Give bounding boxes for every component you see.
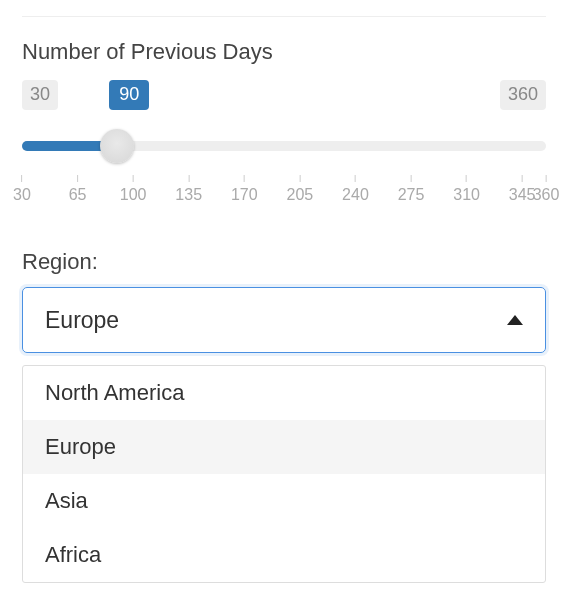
days-slider[interactable] — [22, 127, 546, 167]
slider-tick: 205 — [287, 175, 314, 204]
slider-tick: 360 — [533, 175, 560, 204]
slider-tick: 30 — [13, 175, 31, 204]
region-option[interactable]: Europe — [23, 420, 545, 474]
slider-max-badge: 360 — [500, 80, 546, 110]
slider-min-badge: 30 — [22, 80, 58, 110]
section-divider — [22, 16, 546, 17]
slider-value-badge: 90 — [109, 80, 149, 110]
slider-tick: 310 — [453, 175, 480, 204]
slider-tick: 135 — [175, 175, 202, 204]
slider-tick: 345 — [509, 175, 536, 204]
slider-thumb[interactable] — [100, 129, 134, 163]
svg-marker-0 — [507, 315, 523, 325]
caret-up-icon — [507, 311, 523, 329]
slider-tick: 170 — [231, 175, 258, 204]
slider-ticks: 3065100135170205240275310345360 — [22, 175, 546, 209]
region-dropdown-menu: North AmericaEuropeAsiaAfrica — [22, 365, 546, 583]
region-dropdown[interactable]: Europe — [22, 287, 546, 353]
region-option[interactable]: Africa — [23, 528, 545, 582]
slider-tick: 240 — [342, 175, 369, 204]
slider-header: 30 90 360 — [22, 77, 546, 113]
slider-tick: 100 — [120, 175, 147, 204]
slider-tick: 65 — [69, 175, 87, 204]
region-option[interactable]: North America — [23, 366, 545, 420]
region-label: Region: — [22, 249, 546, 275]
region-selected-value: Europe — [45, 307, 119, 334]
days-label: Number of Previous Days — [22, 39, 546, 65]
slider-tick: 275 — [398, 175, 425, 204]
region-option[interactable]: Asia — [23, 474, 545, 528]
